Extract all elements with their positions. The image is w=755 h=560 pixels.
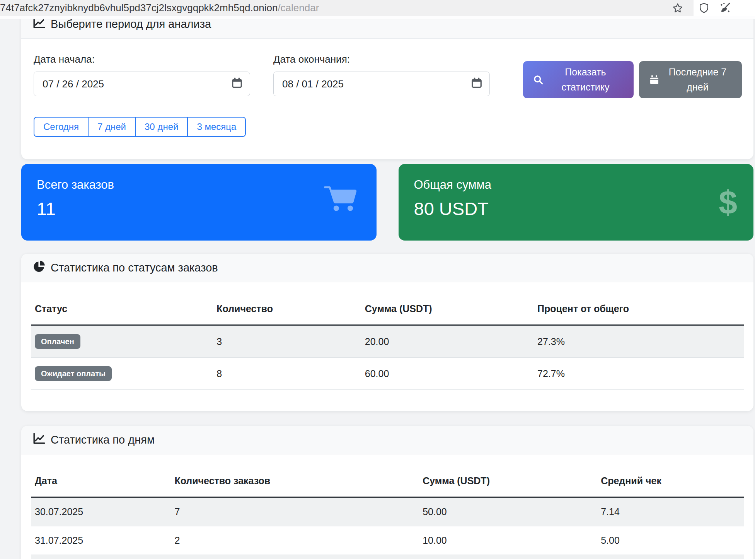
total-sum-value: 80 USDT xyxy=(414,198,738,219)
last-7-days-button[interactable]: Последние 7 дней xyxy=(639,61,742,98)
cell-sum: 10.00 xyxy=(419,526,597,555)
status-section-header: Статистика по статусам заказов xyxy=(21,254,753,282)
cell-sum: 50.00 xyxy=(419,497,597,526)
start-date-value: 07 / 26 / 2025 xyxy=(43,78,231,90)
start-date-label: Дата начала: xyxy=(34,53,250,65)
total-orders-label: Всего заказов xyxy=(37,178,361,192)
cell-date: 01.08.2025 xyxy=(31,555,170,560)
col-date: Дата xyxy=(31,465,170,497)
period-card-title: Выберите период для анализа xyxy=(51,19,211,31)
cell-percent: 72.7% xyxy=(533,358,744,390)
broom-icon[interactable] xyxy=(718,2,731,15)
col-status: Статус xyxy=(31,293,213,325)
total-sum-label: Общая сумма xyxy=(414,178,738,192)
page-content: Выберите период для анализа Дата начала:… xyxy=(21,19,753,559)
period-card-header: Выберите период для анализа xyxy=(21,19,753,39)
daily-row: 31.07.2025 2 10.00 5.00 xyxy=(31,526,744,555)
calendar-picker-icon[interactable] xyxy=(471,77,482,91)
start-date-group: Дата начала: 07 / 26 / 2025 xyxy=(34,53,250,96)
quick-button-today[interactable]: Сегодня xyxy=(34,117,89,137)
col-sum: Сумма (USDT) xyxy=(419,465,597,497)
show-statistics-label: Показать статистику xyxy=(547,65,624,95)
show-statistics-button[interactable]: Показать статистику xyxy=(523,61,634,98)
quick-button-30-days[interactable]: 30 дней xyxy=(135,117,188,137)
url-host: 74t7afck27znyibknydb6vhul5pd37cj2lsxgvgq… xyxy=(0,2,278,14)
bookmark-star-icon[interactable] xyxy=(671,2,684,15)
pie-chart-icon xyxy=(33,260,45,275)
quick-button-3-months[interactable]: 3 месяца xyxy=(187,117,246,137)
col-sum: Сумма (USDT) xyxy=(361,293,533,325)
cell-percent: 27.3% xyxy=(533,325,744,358)
daily-statistics-card: Статистика по дням Дата Количество заказ… xyxy=(21,426,753,559)
url-path: /calendar xyxy=(278,2,319,14)
cell-sum: 20.00 xyxy=(361,325,533,358)
quick-period-group: Сегодня 7 дней 30 дней 3 месяца xyxy=(34,117,742,137)
daily-row: 01.08.2025 2 20.00 10.00 xyxy=(31,555,744,560)
daily-table-header-row: Дата Количество заказов Сумма (USDT) Сре… xyxy=(31,465,744,497)
period-card: Выберите период для анализа Дата начала:… xyxy=(21,19,753,159)
end-date-input[interactable]: 08 / 01 / 2025 xyxy=(273,72,490,96)
last-7-days-label: Последние 7 дней xyxy=(663,65,732,95)
cell-sum: 20.00 xyxy=(419,555,597,560)
calendar-icon xyxy=(649,75,660,85)
shield-icon[interactable] xyxy=(697,2,711,15)
dollar-icon: $ xyxy=(719,186,737,219)
period-card-body: Дата начала: 07 / 26 / 2025 xyxy=(21,39,753,159)
browser-toolbar: 74t7afck27znyibknydb6vhul5pd37cj2lsxgvgq… xyxy=(0,0,755,16)
end-date-group: Дата окончания: 08 / 01 / 2025 xyxy=(273,53,490,96)
col-average: Средний чек xyxy=(597,465,744,497)
url-bar[interactable]: 74t7afck27znyibknydb6vhul5pd37cj2lsxgvgq… xyxy=(0,0,694,16)
quick-button-7-days[interactable]: 7 дней xyxy=(88,117,136,137)
cell-date: 31.07.2025 xyxy=(31,526,170,555)
cell-average: 5.00 xyxy=(597,526,744,555)
daily-row: 30.07.2025 7 50.00 7.14 xyxy=(31,497,744,526)
cell-orders: 2 xyxy=(170,526,419,555)
search-icon xyxy=(533,75,544,85)
cell-date: 30.07.2025 xyxy=(31,497,170,526)
chart-line-icon xyxy=(33,19,45,32)
cart-icon xyxy=(323,185,360,219)
end-date-label: Дата окончания: xyxy=(273,53,490,65)
total-orders-value: 11 xyxy=(37,198,361,219)
summary-cards-row: Всего заказов 11 Общая сумма 80 USDT $ xyxy=(21,164,753,241)
status-section-title: Статистика по статусам заказов xyxy=(51,261,218,274)
col-count: Количество xyxy=(213,293,361,325)
cell-average: 7.14 xyxy=(597,497,744,526)
daily-table: Дата Количество заказов Сумма (USDT) Сре… xyxy=(31,465,744,559)
cell-count: 3 xyxy=(213,325,361,358)
cell-orders: 2 xyxy=(170,555,419,560)
cell-average: 10.00 xyxy=(597,555,744,560)
status-table: Статус Количество Сумма (USDT) Процент о… xyxy=(31,293,744,390)
cell-sum: 60.00 xyxy=(361,358,533,390)
col-percent: Процент от общего xyxy=(533,293,744,325)
col-orders-count: Количество заказов xyxy=(170,465,419,497)
daily-section-header: Статистика по дням xyxy=(21,426,753,454)
daily-section-title: Статистика по дням xyxy=(51,434,155,446)
page-viewport: Выберите период для анализа Дата начала:… xyxy=(0,19,755,559)
status-badge: Оплачен xyxy=(35,334,80,349)
status-badge: Ожидает оплаты xyxy=(35,366,112,381)
status-statistics-card: Статистика по статусам заказов Статус Ко… xyxy=(21,254,753,411)
toolbar-bottom-strip xyxy=(0,16,755,19)
status-table-header-row: Статус Количество Сумма (USDT) Процент о… xyxy=(31,293,744,325)
calendar-picker-icon[interactable] xyxy=(231,77,243,91)
start-date-input[interactable]: 07 / 26 / 2025 xyxy=(34,72,250,96)
cell-count: 8 xyxy=(213,358,361,390)
total-orders-card: Всего заказов 11 xyxy=(21,164,377,241)
total-sum-card: Общая сумма 80 USDT $ xyxy=(399,164,754,241)
status-row-paid: Оплачен 3 20.00 27.3% xyxy=(31,325,744,358)
cell-orders: 7 xyxy=(170,497,419,526)
chart-line-icon xyxy=(33,432,45,447)
status-row-pending: Ожидает оплаты 8 60.00 72.7% xyxy=(31,358,744,390)
end-date-value: 08 / 01 / 2025 xyxy=(282,78,471,90)
